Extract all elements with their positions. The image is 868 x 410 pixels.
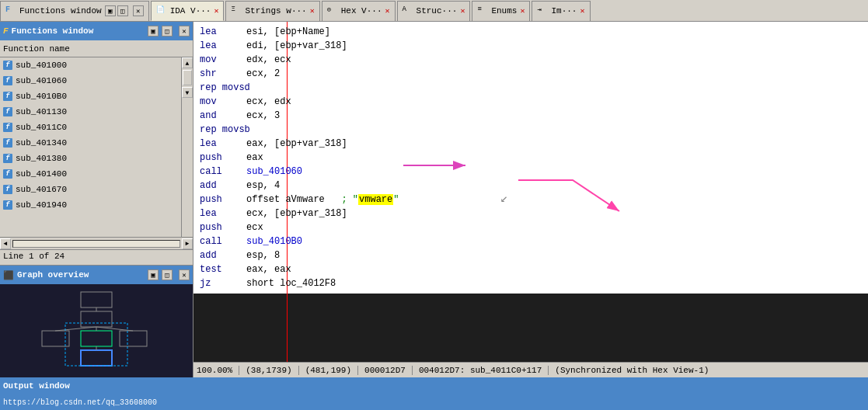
tab-hex-close[interactable]: ✕ [385, 6, 390, 16]
enums-icon: ≡ [477, 5, 488, 16]
function-item[interactable]: fsub_401060 [0, 73, 181, 89]
code-line-8: rep movsb [200, 123, 862, 137]
code-line-1: lea esi, [ebp+Name] [200, 25, 862, 39]
function-list[interactable]: fsub_401000fsub_401060fsub_4010B0fsub_40… [0, 57, 181, 237]
code-line-push-ecx: push ecx [200, 221, 862, 235]
function-item[interactable]: fsub_401130 [0, 104, 181, 120]
code-line-6: mov ecx, edx [200, 95, 862, 109]
output-window-header: Output window [0, 377, 868, 394]
bottom-url-bar: https://blog.csdn.net/qq_33608000 [0, 394, 868, 410]
code-line-4: shr ecx, 2 [200, 67, 862, 81]
tab-functions-window[interactable]: F Functions window ▣ ◫ ✕ [0, 1, 149, 21]
tab-hex[interactable]: ⊙ Hex V··· ✕ [322, 1, 396, 21]
functions-restore-btn[interactable]: ▣ [148, 26, 159, 36]
function-item[interactable]: fsub_401000 [0, 57, 181, 73]
addr1: 000012D7 [364, 366, 413, 375]
graph-close-btn[interactable]: ✕ [179, 269, 190, 280]
function-name: sub_401130 [16, 107, 67, 116]
tab-enums[interactable]: ≡ Enums ✕ [472, 1, 530, 21]
function-item[interactable]: fsub_4010B0 [0, 89, 181, 104]
vmware-highlight: vmware [358, 194, 393, 205]
code-line-jz: jz short loc_4012F8 [200, 276, 862, 290]
tab-imports-label: Im··· [551, 6, 577, 16]
function-item[interactable]: fsub_401940 [0, 197, 181, 213]
function-item[interactable]: fsub_401340 [0, 135, 181, 151]
code-line-2: lea edi, [ebp+var_318] [200, 39, 862, 53]
code-line-7: and ecx, 3 [200, 109, 862, 123]
functions-window-title: F Functions window [3, 26, 93, 36]
function-icon: f [3, 200, 12, 210]
code-line-5: rep movsd [200, 81, 862, 95]
tab-strings[interactable]: Ξ Strings w··· ✕ [225, 1, 319, 21]
function-item[interactable]: fsub_401670 [0, 182, 181, 197]
tab-strings-close[interactable]: ✕ [310, 6, 315, 16]
function-list-wrapper: fsub_401000fsub_401060fsub_4010B0fsub_40… [0, 57, 193, 237]
graph-restore-btn[interactable]: ▣ [148, 269, 159, 280]
function-name: sub_401060 [16, 76, 67, 85]
sidebar: F Functions window ▣ ◫ ✕ Function name f… [0, 22, 193, 377]
code-line-call-4010b0: call sub_4010B0 [200, 235, 862, 248]
addr2: 004012D7: sub_4011C0+117 [419, 366, 549, 375]
tab-close-btn[interactable]: ✕ [133, 5, 144, 16]
code-area[interactable]: lea esi, [ebp+Name] lea edi, [ebp+var_31… [193, 22, 868, 294]
scroll-left-arrow[interactable]: ◄ [0, 238, 11, 249]
scroll-thumb[interactable] [183, 70, 192, 85]
graph-icon: ⬛ [3, 270, 14, 280]
function-name: sub_4010B0 [16, 92, 67, 101]
tab-ida-label: IDA V··· [170, 6, 211, 16]
tab-float-btn[interactable]: ◫ [117, 5, 128, 16]
zoom-level: 100.00% [197, 366, 239, 375]
scroll-right-arrow[interactable]: ► [182, 238, 193, 249]
graph-overview-header: ⬛ Graph overview ▣ ◫ ✕ [0, 266, 193, 284]
horizontal-scrollbar[interactable]: ◄ ► [0, 237, 193, 249]
code-view: lea esi, [ebp+Name] lea edi, [ebp+var_31… [193, 22, 868, 377]
pos1: (38,1739) [246, 366, 298, 375]
tab-functions-label: Functions window [19, 6, 102, 16]
line-status: Line 1 of 24 [3, 252, 64, 261]
code-line-test: test eax, eax [200, 262, 862, 276]
strings-icon: Ξ [231, 5, 242, 16]
functions-window-header: F Functions window ▣ ◫ ✕ [0, 22, 193, 40]
tab-ida-view[interactable]: 📄 IDA V··· ✕ [151, 1, 225, 21]
code-line-add-esp8: add esp, 8 [200, 248, 862, 262]
functions-float-btn[interactable]: ◫ [162, 26, 173, 36]
code-content: lea esi, [ebp+Name] lea edi, [ebp+var_31… [200, 25, 862, 290]
functions-icon: F [5, 5, 16, 16]
tab-structs[interactable]: A Struc··· ✕ [397, 1, 471, 21]
function-item[interactable]: fsub_401380 [0, 151, 181, 166]
tab-hex-label: Hex V··· [341, 6, 382, 16]
ida-icon: 📄 [156, 5, 167, 16]
tab-structs-close[interactable]: ✕ [460, 6, 465, 16]
function-name: sub_401670 [16, 185, 67, 194]
graph-float-btn[interactable]: ◫ [162, 269, 173, 280]
tab-imports[interactable]: ⇥ Im··· ✕ [532, 1, 590, 21]
function-name: sub_401380 [16, 154, 67, 163]
sidebar-scrollbar[interactable]: ▲ ▼ [181, 57, 193, 237]
tab-enums-label: Enums [491, 6, 517, 16]
code-wrapper: lea esi, [ebp+Name] lea edi, [ebp+var_31… [193, 22, 868, 362]
function-item[interactable]: fsub_4011C0 [0, 120, 181, 135]
tab-bar: F Functions window ▣ ◫ ✕ 📄 IDA V··· ✕ Ξ … [0, 0, 868, 22]
tab-enums-close[interactable]: ✕ [520, 6, 525, 16]
function-icon: f [3, 107, 12, 116]
function-icon: f [3, 61, 12, 70]
tab-imports-close[interactable]: ✕ [580, 6, 584, 16]
pos2: (481,199) [305, 366, 358, 375]
sync-status: (Synchronized with Hex View-1) [555, 366, 709, 375]
graph-overview-title: ⬛ Graph overview [3, 270, 89, 280]
tab-restore-btn[interactable]: ▣ [105, 5, 116, 16]
scroll-down-arrow[interactable]: ▼ [182, 87, 193, 98]
bottom-section: Output window https://blog.csdn.net/qq_3… [0, 377, 868, 410]
graph-controls: ▣ ◫ ✕ [148, 269, 190, 280]
function-name-header: Function name [0, 40, 193, 57]
output-window-label: Output window [3, 381, 70, 391]
functions-close-btn[interactable]: ✕ [179, 26, 190, 36]
function-icon: f [3, 76, 12, 85]
function-icon: f [3, 185, 12, 194]
graph-title-label: Graph overview [17, 270, 89, 280]
function-icon: f [3, 138, 12, 148]
h-scroll-track[interactable] [12, 240, 180, 248]
tab-ida-close[interactable]: ✕ [214, 6, 218, 16]
scroll-up-arrow[interactable]: ▲ [182, 57, 193, 68]
function-item[interactable]: fsub_401400 [0, 166, 181, 182]
